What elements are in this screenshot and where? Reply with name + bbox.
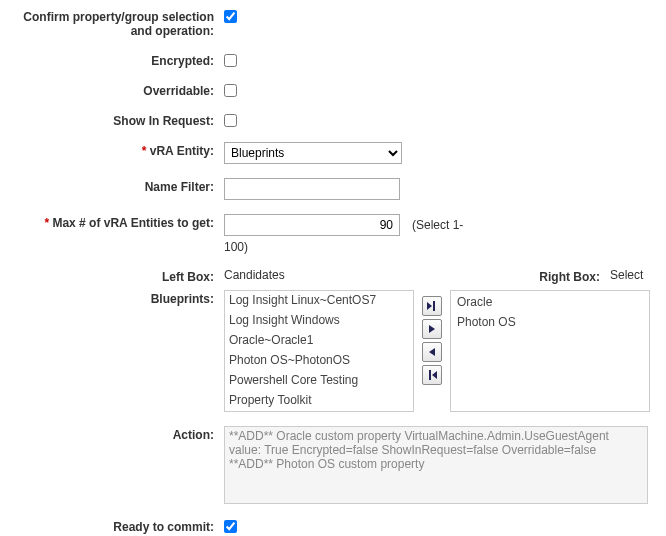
selected-listbox[interactable]: Oracle Photon OS [450, 290, 650, 412]
vra-entity-label: * vRA Entity: [6, 142, 224, 158]
blueprints-label: Blueprints: [6, 290, 224, 306]
list-item[interactable]: Property Toolkit [225, 391, 413, 411]
encrypted-checkbox[interactable] [224, 54, 237, 67]
name-filter-input[interactable] [224, 178, 400, 200]
overridable-label: Overridable: [6, 82, 224, 98]
list-item[interactable]: Oracle~Oracle1 [225, 331, 413, 351]
action-label: Action: [6, 426, 224, 442]
list-item[interactable]: Oracle [451, 293, 649, 313]
arrow-left-icon [426, 346, 438, 358]
list-item[interactable]: Log Insight Linux~CentOS7 [225, 291, 413, 311]
name-filter-label: Name Filter: [6, 178, 224, 194]
arrow-bar-right-icon [426, 300, 438, 312]
encrypted-label: Encrypted: [6, 52, 224, 68]
max-entities-input[interactable] [224, 214, 400, 236]
ready-commit-checkbox[interactable] [224, 520, 237, 533]
overridable-checkbox[interactable] [224, 84, 237, 97]
list-item[interactable]: Photon OS [451, 313, 649, 333]
show-in-request-checkbox[interactable] [224, 114, 237, 127]
move-right-button[interactable] [422, 319, 442, 339]
vra-entity-select[interactable]: Blueprints [224, 142, 402, 164]
left-box-label: Left Box: [6, 268, 224, 284]
svg-rect-1 [429, 370, 431, 380]
svg-rect-0 [433, 301, 435, 311]
left-box-value: Candidates [224, 268, 530, 282]
right-box-label: Right Box: [530, 268, 610, 284]
confirm-checkbox[interactable] [224, 10, 237, 23]
move-all-right-button[interactable] [422, 296, 442, 316]
right-box-value: Select [610, 268, 660, 282]
list-item[interactable]: Log Insight Windows [225, 311, 413, 331]
max-entities-hint2: 100) [224, 240, 660, 254]
arrow-right-icon [426, 323, 438, 335]
max-entities-hint1: (Select 1- [412, 218, 463, 232]
show-in-request-label: Show In Request: [6, 112, 224, 128]
list-item[interactable]: Photon OS~PhotonOS [225, 351, 413, 371]
confirm-label: Confirm property/group selection and ope… [6, 8, 224, 38]
ready-commit-label: Ready to commit: [6, 518, 224, 534]
max-entities-label: * Max # of vRA Entities to get: [6, 214, 224, 230]
move-left-button[interactable] [422, 342, 442, 362]
action-textarea[interactable] [224, 426, 648, 504]
arrow-bar-left-icon [426, 369, 438, 381]
move-all-left-button[interactable] [422, 365, 442, 385]
candidates-listbox[interactable]: Log Insight Linux~CentOS7 Log Insight Wi… [224, 290, 414, 412]
list-item[interactable]: Powershell Core Testing [225, 371, 413, 391]
